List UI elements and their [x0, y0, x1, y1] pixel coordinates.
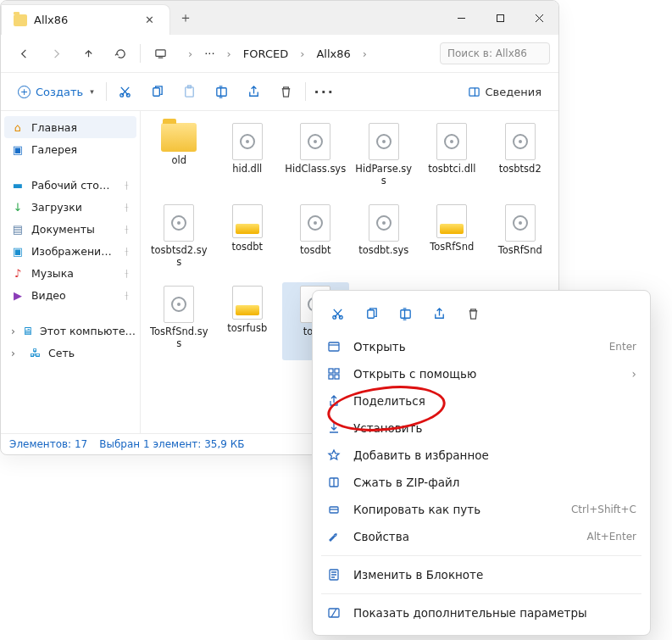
- create-button[interactable]: + Создать ▾: [9, 81, 103, 103]
- openwith-icon: [326, 367, 342, 381]
- sidebar-item-network[interactable]: ›🖧Сеть: [4, 342, 136, 364]
- ctx-cut-button[interactable]: [323, 301, 352, 326]
- videos-icon: ▶: [11, 288, 25, 302]
- pin-icon: ⟊: [124, 224, 130, 235]
- file-item[interactable]: tosdbt.sys: [351, 201, 418, 279]
- chevron-right-icon: ›: [632, 367, 636, 381]
- close-tab-button[interactable]: ✕: [142, 12, 158, 28]
- back-button[interactable]: [9, 40, 38, 67]
- pc-icon[interactable]: [146, 40, 175, 67]
- svg-rect-12: [469, 87, 478, 95]
- chevron-icon: ›: [295, 44, 309, 64]
- overflow-button[interactable]: ···: [309, 78, 340, 105]
- folder-icon: [161, 123, 197, 152]
- pin-icon: ⟊: [124, 268, 130, 279]
- forward-button[interactable]: [42, 40, 70, 67]
- copypath-icon: [326, 503, 342, 516]
- maximize-button[interactable]: [480, 1, 519, 35]
- gallery-icon: ▣: [11, 142, 25, 156]
- ctx-copy-path[interactable]: Копировать как путьCtrl+Shift+C: [313, 496, 650, 523]
- rename-button[interactable]: [207, 78, 237, 105]
- file-label: tosdbt.sys: [358, 245, 408, 257]
- file-label: tosbtsd2: [499, 164, 541, 175]
- file-item[interactable]: HidParse.sys: [351, 120, 418, 198]
- chevron-icon: ›: [358, 44, 372, 64]
- close-window-button[interactable]: [519, 1, 558, 35]
- network-icon: 🖧: [28, 346, 42, 359]
- svg-rect-1: [497, 14, 503, 21]
- file-item[interactable]: TosRfSnd: [487, 201, 554, 279]
- file-item[interactable]: TosRfSnd.sys: [146, 282, 213, 360]
- file-item[interactable]: tosbtci.dll: [419, 120, 486, 198]
- sidebar-item-videos[interactable]: ▶Видео⟊: [4, 284, 136, 306]
- sidebar-item-documents[interactable]: ▤Документы⟊: [4, 218, 136, 240]
- ctx-delete-button[interactable]: [458, 301, 487, 326]
- ctx-share-button[interactable]: [425, 301, 453, 326]
- pin-icon: ⟊: [124, 180, 130, 191]
- svg-rect-18: [329, 342, 339, 351]
- sidebar-item-downloads[interactable]: ↓Загрузки⟊: [4, 196, 136, 218]
- ctx-copy-button[interactable]: [357, 301, 386, 326]
- cut-button[interactable]: [110, 78, 141, 105]
- copy-button[interactable]: [142, 78, 173, 105]
- paste-button[interactable]: [175, 78, 205, 105]
- file-label: HidClass.sys: [285, 164, 346, 175]
- music-icon: ♪: [11, 266, 25, 280]
- pin-icon: ⟊: [124, 290, 130, 301]
- sidebar-item-home[interactable]: ⌂Главная: [4, 116, 136, 138]
- ctx-favorite[interactable]: Добавить в избранное: [313, 442, 650, 469]
- file-item[interactable]: TosRfSnd: [419, 201, 486, 279]
- delete-button[interactable]: [271, 78, 302, 105]
- pc-icon: 🖥: [22, 324, 33, 337]
- ctx-open[interactable]: ОткрытьEnter: [313, 333, 650, 360]
- sidebar-item-desktop[interactable]: ▬Рабочий сто…⟊: [4, 174, 136, 196]
- sidebar-item-thispc[interactable]: ›🖥Этот компьюте…: [4, 320, 136, 342]
- install-icon: [326, 421, 342, 435]
- file-item[interactable]: hid.dll: [214, 120, 281, 198]
- file-label: hid.dll: [232, 164, 262, 175]
- file-label: tosdbt: [300, 245, 331, 257]
- minimize-button[interactable]: [442, 1, 480, 35]
- up-button[interactable]: [74, 40, 103, 67]
- details-pane-button[interactable]: Сведения: [459, 81, 551, 103]
- pin-icon: ⟊: [124, 246, 130, 257]
- crumb-overflow[interactable]: ···: [199, 44, 219, 64]
- refresh-button[interactable]: [106, 40, 135, 67]
- sidebar-item-pictures[interactable]: ▣Изображени…⟊: [4, 240, 136, 262]
- file-icon: [505, 204, 536, 242]
- new-tab-button[interactable]: ＋: [170, 1, 201, 35]
- share-button[interactable]: [239, 78, 269, 105]
- ctx-show-more[interactable]: Показать дополнительные параметры: [313, 599, 650, 626]
- chevron-icon: ›: [222, 44, 236, 64]
- file-icon: [164, 286, 194, 323]
- file-item[interactable]: old: [146, 120, 213, 198]
- crumb-item[interactable]: FORCED: [238, 44, 293, 64]
- file-item[interactable]: tosbtsd2: [487, 120, 554, 198]
- ctx-share[interactable]: Поделиться: [313, 387, 650, 415]
- cabinet-icon: [232, 204, 263, 238]
- sidebar-item-music[interactable]: ♪Музыка⟊: [4, 262, 136, 284]
- file-item[interactable]: tosdbt: [214, 201, 281, 279]
- file-item[interactable]: tosbtsd2.sys: [146, 201, 213, 279]
- file-item[interactable]: tosrfusb: [214, 282, 281, 360]
- ctx-rename-button[interactable]: [391, 301, 419, 326]
- svg-rect-22: [335, 375, 339, 379]
- tab-title: Allx86: [34, 14, 68, 26]
- pin-icon: ⟊: [124, 202, 130, 213]
- ctx-edit-notepad[interactable]: Изменить в Блокноте: [313, 561, 650, 588]
- documents-icon: ▤: [11, 222, 25, 236]
- ctx-install[interactable]: Установить: [313, 415, 650, 442]
- file-item[interactable]: HidClass.sys: [282, 120, 349, 198]
- cabinet-icon: [436, 204, 467, 238]
- ctx-zip[interactable]: Сжать в ZIP-файл: [313, 469, 650, 496]
- file-item[interactable]: tosdbt: [282, 201, 349, 279]
- ctx-open-with[interactable]: Открыть с помощью›: [313, 360, 650, 387]
- sidebar-item-gallery[interactable]: ▣Галерея: [4, 138, 136, 160]
- tab-active[interactable]: Allx86 ✕: [1, 4, 170, 35]
- breadcrumb[interactable]: › ··· › FORCED › Allx86 ›: [178, 44, 436, 64]
- open-icon: [326, 340, 342, 353]
- home-icon: ⌂: [11, 120, 25, 134]
- ctx-properties[interactable]: СвойстваAlt+Enter: [313, 523, 650, 550]
- crumb-item[interactable]: Allx86: [311, 44, 355, 64]
- search-input[interactable]: Поиск в: Allx86: [440, 42, 550, 64]
